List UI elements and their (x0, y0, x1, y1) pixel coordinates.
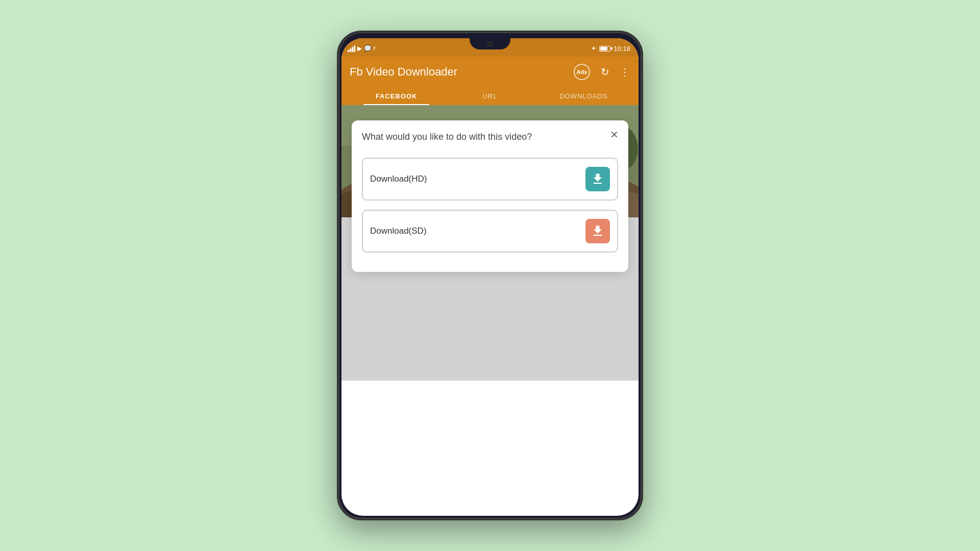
content-area: ✕ What would you like to do with this vi… (341, 105, 639, 381)
app-title: Fb Video Downloader (350, 65, 457, 79)
fb-icon: f (374, 45, 375, 52)
download-hd-icon (591, 172, 605, 186)
more-options-button[interactable]: ⋮ (620, 66, 630, 78)
download-hd-icon-btn (585, 167, 610, 191)
signal-bar-4 (354, 45, 355, 52)
download-hd-label: Download(HD) (370, 174, 427, 184)
time-display: 10:18 (614, 45, 630, 53)
download-dialog: ✕ What would you like to do with this vi… (352, 120, 628, 272)
phone-frame: ▶ 💬 f ✦ 10:18 Fb Video Downloader (337, 31, 643, 520)
close-icon: ✕ (610, 129, 619, 141)
yt-icon: ▶ (357, 45, 362, 52)
download-sd-button[interactable]: Download(SD) (362, 210, 618, 253)
phone-wrapper: ▶ 💬 f ✦ 10:18 Fb Video Downloader (337, 31, 643, 520)
status-left: ▶ 💬 f (348, 45, 375, 52)
download-sd-icon-btn (585, 219, 610, 243)
tabs: FACEBOOK URL DOWNLOADS (350, 87, 630, 105)
signal-bar-3 (352, 47, 353, 52)
status-right: ✦ 10:18 (591, 45, 630, 53)
bluetooth-icon: ✦ (591, 45, 596, 52)
signal-bar-2 (350, 48, 351, 52)
phone-screen: ▶ 💬 f ✦ 10:18 Fb Video Downloader (341, 38, 639, 516)
app-header: Fb Video Downloader Ads ↻ ⋮ (341, 57, 639, 105)
tab-url[interactable]: URL (443, 87, 536, 105)
refresh-button[interactable]: ↻ (597, 64, 612, 80)
dialog-question: What would you like to do with this vide… (362, 131, 608, 143)
refresh-icon: ↻ (601, 66, 609, 78)
battery-icon (599, 46, 610, 52)
download-hd-button[interactable]: Download(HD) (362, 158, 618, 201)
app-title-row: Fb Video Downloader Ads ↻ ⋮ (350, 64, 630, 80)
download-sd-label: Download(SD) (370, 226, 427, 236)
phone-notch (470, 38, 510, 49)
tab-downloads[interactable]: DOWNLOADS (537, 87, 630, 105)
signal-bars (348, 45, 355, 52)
battery-fill (600, 47, 607, 51)
wa-icon: 💬 (364, 45, 372, 52)
dialog-close-button[interactable]: ✕ (607, 128, 621, 142)
more-icon: ⋮ (620, 66, 630, 78)
camera-dot (487, 41, 493, 46)
ads-button[interactable]: Ads (574, 64, 590, 80)
signal-bar-1 (348, 50, 349, 52)
header-icons: Ads ↻ ⋮ (574, 64, 630, 80)
download-sd-icon (591, 224, 605, 238)
tab-facebook[interactable]: FACEBOOK (350, 87, 443, 105)
